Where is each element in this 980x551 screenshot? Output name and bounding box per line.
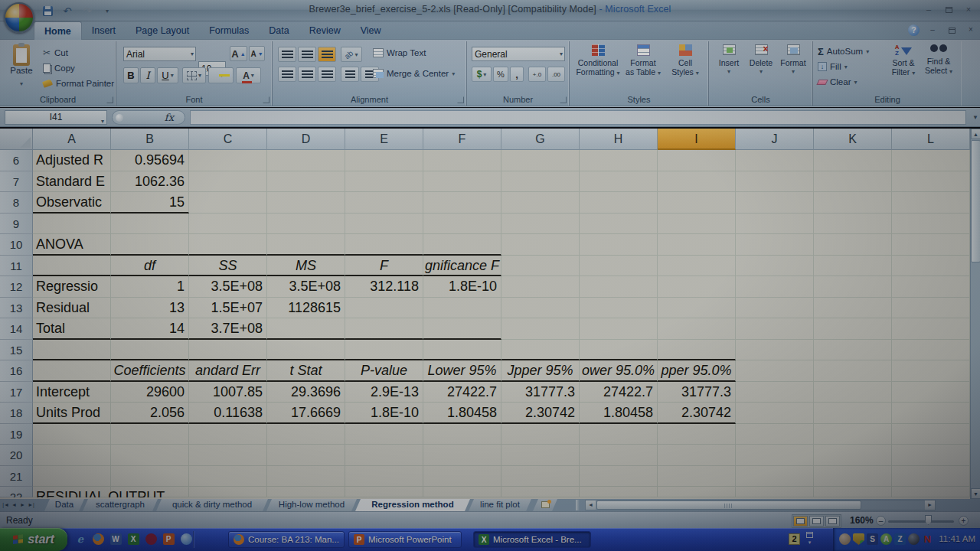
- cell-F6[interactable]: [423, 150, 501, 171]
- tray-icon-antivirus[interactable]: A: [880, 533, 892, 545]
- cell-A12[interactable]: Regressio: [33, 276, 111, 298]
- column-header-H[interactable]: H: [580, 129, 658, 150]
- cell-L11[interactable]: [892, 256, 970, 277]
- cell-K9[interactable]: [814, 214, 892, 235]
- accounting-format-button[interactable]: $ ▾: [472, 67, 492, 82]
- cell-E12[interactable]: 312.118: [345, 276, 423, 298]
- scroll-up-button[interactable]: ▲: [971, 129, 980, 139]
- select-all-corner[interactable]: [0, 129, 33, 150]
- cell-G18[interactable]: 2.30742: [501, 403, 580, 424]
- sheet-tab-line-fit[interactable]: line fit plot: [469, 499, 531, 511]
- cell-L6[interactable]: [892, 150, 970, 171]
- row-header-7[interactable]: 7: [0, 171, 33, 193]
- workbook-minimize-button[interactable]: –: [926, 25, 939, 35]
- row-header-20[interactable]: 20: [0, 445, 33, 466]
- tab-insert[interactable]: Insert: [82, 21, 126, 40]
- cell-I15[interactable]: [658, 340, 736, 361]
- cell-I9[interactable]: [658, 214, 736, 235]
- column-header-G[interactable]: G: [501, 129, 580, 150]
- cell-J13[interactable]: [736, 298, 814, 319]
- cell-C8[interactable]: [189, 192, 267, 214]
- cell-A19[interactable]: [33, 424, 111, 445]
- cell-A8[interactable]: Observatic: [33, 192, 111, 214]
- cell-G20[interactable]: [501, 445, 580, 466]
- quicklaunch-excel-icon[interactable]: X: [126, 531, 140, 546]
- tray-icon-wrench[interactable]: S: [867, 533, 878, 545]
- italic-button[interactable]: I: [140, 67, 155, 83]
- cell-H14[interactable]: [580, 318, 658, 340]
- cell-E19[interactable]: [345, 424, 423, 445]
- cell-A21[interactable]: [33, 466, 111, 487]
- task-powerpoint[interactable]: P Microsoft PowerPoint: [348, 531, 462, 548]
- cell-styles-button[interactable]: Cell Styles ▾: [666, 44, 704, 78]
- sheet-tab-data[interactable]: Data: [44, 499, 84, 511]
- cell-C15[interactable]: [189, 340, 267, 361]
- cell-D18[interactable]: 17.6669: [267, 403, 345, 424]
- cell-F10[interactable]: [423, 234, 501, 256]
- cell-G9[interactable]: [501, 214, 580, 235]
- cell-F7[interactable]: [423, 171, 501, 193]
- cell-I11[interactable]: [658, 256, 736, 277]
- fill-button[interactable]: ↓ Fill ▾: [818, 60, 848, 73]
- quicklaunch-powerpoint-icon[interactable]: P: [162, 531, 175, 546]
- find-select-button[interactable]: Find & Select ▾: [922, 44, 956, 77]
- cell-L21[interactable]: [892, 466, 970, 487]
- cell-D21[interactable]: [267, 466, 345, 487]
- cell-D17[interactable]: 29.3696: [267, 382, 345, 403]
- cell-F15[interactable]: [423, 340, 501, 361]
- cell-K21[interactable]: [814, 466, 892, 487]
- percent-style-button[interactable]: %: [493, 67, 508, 82]
- tray-icon-z[interactable]: Z: [894, 533, 906, 545]
- cell-L7[interactable]: [892, 171, 970, 193]
- cell-I12[interactable]: [658, 276, 736, 298]
- tab-data[interactable]: Data: [259, 21, 299, 40]
- orientation-button[interactable]: ab ▾: [341, 47, 362, 62]
- row-header-10[interactable]: 10: [0, 234, 33, 256]
- cell-I14[interactable]: [658, 318, 736, 340]
- cell-B16[interactable]: Coefficients: [111, 360, 189, 382]
- cell-J17[interactable]: [736, 382, 814, 403]
- cell-F13[interactable]: [423, 298, 501, 319]
- cell-H17[interactable]: 27422.7: [580, 382, 658, 403]
- cell-C6[interactable]: [189, 150, 267, 171]
- column-header-C[interactable]: C: [189, 129, 267, 150]
- cell-F17[interactable]: 27422.7: [423, 382, 501, 403]
- row-header-14[interactable]: 14: [0, 318, 33, 340]
- cell-I16[interactable]: pper 95.0%: [658, 360, 736, 382]
- cell-L10[interactable]: [892, 234, 970, 256]
- cell-C17[interactable]: 1007.85: [189, 382, 267, 403]
- cell-I20[interactable]: [658, 445, 736, 466]
- language-indicator[interactable]: 2: [789, 533, 800, 545]
- scroll-right-button[interactable]: ►: [925, 500, 935, 510]
- column-header-L[interactable]: L: [892, 129, 970, 150]
- cell-J7[interactable]: [736, 171, 814, 193]
- copy-button[interactable]: Copy: [43, 61, 75, 75]
- cell-J20[interactable]: [736, 445, 814, 466]
- cell-E9[interactable]: [345, 214, 423, 235]
- cell-I10[interactable]: [658, 234, 736, 256]
- cell-B12[interactable]: 1: [111, 276, 189, 298]
- cell-D12[interactable]: 3.5E+08: [267, 276, 345, 298]
- cell-H9[interactable]: [580, 214, 658, 235]
- cell-B9[interactable]: [111, 214, 189, 235]
- cell-H7[interactable]: [580, 171, 658, 193]
- cell-F20[interactable]: [423, 445, 501, 466]
- cell-H16[interactable]: ower 95.0%: [580, 360, 658, 382]
- cell-J11[interactable]: [736, 256, 814, 277]
- tray-icon-eye[interactable]: [908, 533, 920, 545]
- cell-K11[interactable]: [814, 256, 892, 277]
- zoom-level[interactable]: 160%: [850, 515, 874, 526]
- vertical-scroll-thumb[interactable]: [971, 140, 980, 262]
- cell-E16[interactable]: P-value: [345, 360, 423, 382]
- tray-icon-shield[interactable]: [853, 533, 864, 545]
- cell-A14[interactable]: Total: [33, 318, 111, 340]
- cell-L15[interactable]: [892, 340, 970, 361]
- cell-A10[interactable]: ANOVA: [33, 234, 111, 256]
- cell-A18[interactable]: Units Prod: [33, 403, 111, 424]
- cell-B11[interactable]: df: [111, 256, 189, 277]
- help-icon[interactable]: ?: [908, 24, 920, 36]
- cell-L14[interactable]: [892, 318, 970, 340]
- cell-F9[interactable]: [423, 214, 501, 235]
- cell-A6[interactable]: Adjusted R: [33, 150, 111, 171]
- cell-J12[interactable]: [736, 276, 814, 298]
